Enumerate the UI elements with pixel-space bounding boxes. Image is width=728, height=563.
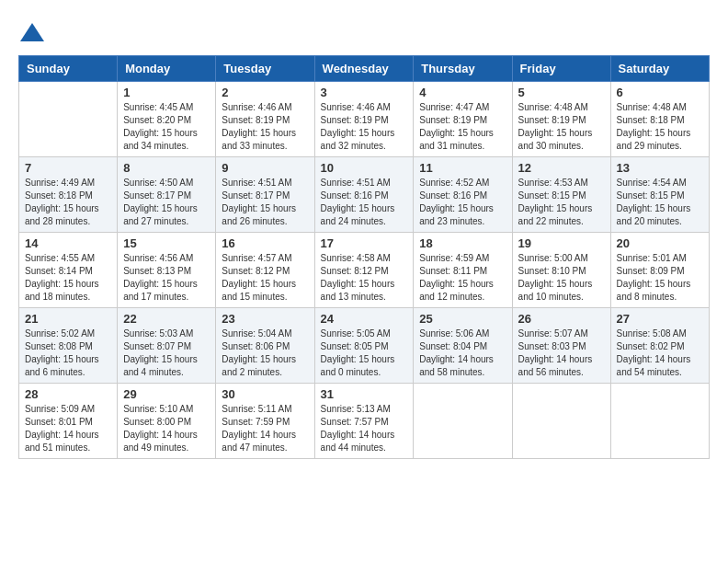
calendar-cell: 11Sunrise: 4:52 AM Sunset: 8:16 PM Dayli…	[414, 157, 512, 233]
calendar-cell: 1Sunrise: 4:45 AM Sunset: 8:20 PM Daylig…	[118, 82, 216, 157]
calendar-cell: 29Sunrise: 5:10 AM Sunset: 8:00 PM Dayli…	[118, 384, 216, 459]
day-info: Sunrise: 4:51 AM Sunset: 8:16 PM Dayligh…	[321, 177, 408, 228]
day-info: Sunrise: 4:57 AM Sunset: 8:12 PM Dayligh…	[222, 252, 308, 304]
day-header-monday: Monday	[118, 56, 216, 82]
day-info: Sunrise: 4:59 AM Sunset: 8:11 PM Dayligh…	[419, 252, 506, 304]
calendar-week-row: 14Sunrise: 4:55 AM Sunset: 8:14 PM Dayli…	[19, 233, 710, 308]
calendar-cell	[19, 82, 118, 157]
day-info: Sunrise: 4:51 AM Sunset: 8:17 PM Dayligh…	[222, 177, 308, 228]
day-number: 27	[617, 312, 703, 326]
calendar-cell: 20Sunrise: 5:01 AM Sunset: 8:09 PM Dayli…	[610, 233, 709, 308]
header	[18, 18, 710, 46]
day-number: 21	[25, 312, 111, 326]
calendar-cell	[610, 384, 709, 459]
calendar-cell	[512, 384, 610, 459]
calendar-cell: 16Sunrise: 4:57 AM Sunset: 8:12 PM Dayli…	[216, 233, 314, 308]
day-info: Sunrise: 4:56 AM Sunset: 8:13 PM Dayligh…	[123, 252, 210, 304]
day-info: Sunrise: 5:07 AM Sunset: 8:03 PM Dayligh…	[518, 327, 605, 379]
day-info: Sunrise: 4:48 AM Sunset: 8:18 PM Dayligh…	[617, 101, 703, 153]
day-info: Sunrise: 5:13 AM Sunset: 7:57 PM Dayligh…	[321, 403, 408, 454]
day-number: 3	[321, 86, 408, 99]
calendar-cell: 25Sunrise: 5:06 AM Sunset: 8:04 PM Dayli…	[414, 308, 512, 384]
calendar-cell: 6Sunrise: 4:48 AM Sunset: 8:18 PM Daylig…	[610, 82, 709, 157]
day-info: Sunrise: 4:54 AM Sunset: 8:15 PM Dayligh…	[617, 177, 703, 228]
calendar-cell: 8Sunrise: 4:50 AM Sunset: 8:17 PM Daylig…	[118, 157, 216, 233]
day-info: Sunrise: 5:10 AM Sunset: 8:00 PM Dayligh…	[123, 403, 210, 454]
day-info: Sunrise: 4:45 AM Sunset: 8:20 PM Dayligh…	[123, 101, 210, 153]
calendar-cell: 5Sunrise: 4:48 AM Sunset: 8:19 PM Daylig…	[512, 82, 610, 157]
calendar-cell: 27Sunrise: 5:08 AM Sunset: 8:02 PM Dayli…	[610, 308, 709, 384]
day-number: 6	[617, 86, 703, 99]
calendar-cell: 26Sunrise: 5:07 AM Sunset: 8:03 PM Dayli…	[512, 308, 610, 384]
day-header-tuesday: Tuesday	[216, 56, 314, 82]
day-header-saturday: Saturday	[610, 56, 709, 82]
day-number: 30	[222, 387, 308, 401]
day-info: Sunrise: 5:08 AM Sunset: 8:02 PM Dayligh…	[617, 327, 703, 379]
day-number: 1	[123, 86, 210, 99]
svg-marker-0	[20, 23, 44, 41]
day-number: 23	[222, 312, 308, 326]
calendar-week-row: 28Sunrise: 5:09 AM Sunset: 8:01 PM Dayli…	[19, 384, 710, 459]
day-number: 10	[321, 161, 408, 175]
calendar-cell: 30Sunrise: 5:11 AM Sunset: 7:59 PM Dayli…	[216, 384, 314, 459]
day-header-wednesday: Wednesday	[314, 56, 414, 82]
day-number: 12	[518, 161, 605, 175]
calendar-week-row: 1Sunrise: 4:45 AM Sunset: 8:20 PM Daylig…	[19, 82, 710, 157]
day-number: 20	[617, 236, 703, 250]
day-number: 24	[321, 312, 408, 326]
day-info: Sunrise: 4:47 AM Sunset: 8:19 PM Dayligh…	[419, 101, 506, 153]
day-info: Sunrise: 4:46 AM Sunset: 8:19 PM Dayligh…	[222, 101, 308, 153]
calendar-cell	[414, 384, 512, 459]
day-info: Sunrise: 5:06 AM Sunset: 8:04 PM Dayligh…	[419, 327, 506, 379]
calendar-cell: 22Sunrise: 5:03 AM Sunset: 8:07 PM Dayli…	[118, 308, 216, 384]
day-info: Sunrise: 5:03 AM Sunset: 8:07 PM Dayligh…	[123, 327, 210, 379]
calendar-cell: 23Sunrise: 5:04 AM Sunset: 8:06 PM Dayli…	[216, 308, 314, 384]
calendar: SundayMondayTuesdayWednesdayThursdayFrid…	[18, 55, 710, 459]
calendar-cell: 14Sunrise: 4:55 AM Sunset: 8:14 PM Dayli…	[19, 233, 118, 308]
day-info: Sunrise: 5:09 AM Sunset: 8:01 PM Dayligh…	[25, 403, 111, 454]
day-number: 16	[222, 236, 308, 250]
day-header-sunday: Sunday	[19, 56, 118, 82]
day-info: Sunrise: 5:11 AM Sunset: 7:59 PM Dayligh…	[222, 403, 308, 454]
calendar-cell: 17Sunrise: 4:58 AM Sunset: 8:12 PM Dayli…	[314, 233, 414, 308]
day-info: Sunrise: 5:00 AM Sunset: 8:10 PM Dayligh…	[518, 252, 605, 304]
day-number: 25	[419, 312, 506, 326]
day-number: 5	[518, 86, 605, 99]
day-number: 11	[419, 161, 506, 175]
calendar-cell: 28Sunrise: 5:09 AM Sunset: 8:01 PM Dayli…	[19, 384, 118, 459]
day-number: 18	[419, 236, 506, 250]
day-number: 8	[123, 161, 210, 175]
calendar-week-row: 21Sunrise: 5:02 AM Sunset: 8:08 PM Dayli…	[19, 308, 710, 384]
day-number: 15	[123, 236, 210, 250]
calendar-cell: 7Sunrise: 4:49 AM Sunset: 8:18 PM Daylig…	[19, 157, 118, 233]
day-info: Sunrise: 4:49 AM Sunset: 8:18 PM Dayligh…	[25, 177, 111, 228]
day-info: Sunrise: 5:01 AM Sunset: 8:09 PM Dayligh…	[617, 252, 703, 304]
day-number: 13	[617, 161, 703, 175]
logo-icon	[18, 18, 46, 46]
day-number: 28	[25, 387, 111, 401]
calendar-cell: 2Sunrise: 4:46 AM Sunset: 8:19 PM Daylig…	[216, 82, 314, 157]
day-info: Sunrise: 4:48 AM Sunset: 8:19 PM Dayligh…	[518, 101, 605, 153]
calendar-week-row: 7Sunrise: 4:49 AM Sunset: 8:18 PM Daylig…	[19, 157, 710, 233]
day-info: Sunrise: 4:55 AM Sunset: 8:14 PM Dayligh…	[25, 252, 111, 304]
calendar-cell: 18Sunrise: 4:59 AM Sunset: 8:11 PM Dayli…	[414, 233, 512, 308]
calendar-header-row: SundayMondayTuesdayWednesdayThursdayFrid…	[19, 56, 710, 82]
calendar-cell: 12Sunrise: 4:53 AM Sunset: 8:15 PM Dayli…	[512, 157, 610, 233]
day-info: Sunrise: 5:05 AM Sunset: 8:05 PM Dayligh…	[321, 327, 408, 379]
day-info: Sunrise: 4:46 AM Sunset: 8:19 PM Dayligh…	[321, 101, 408, 153]
calendar-cell: 10Sunrise: 4:51 AM Sunset: 8:16 PM Dayli…	[314, 157, 414, 233]
calendar-cell: 15Sunrise: 4:56 AM Sunset: 8:13 PM Dayli…	[118, 233, 216, 308]
day-number: 7	[25, 161, 111, 175]
calendar-cell: 19Sunrise: 5:00 AM Sunset: 8:10 PM Dayli…	[512, 233, 610, 308]
day-number: 22	[123, 312, 210, 326]
day-number: 9	[222, 161, 308, 175]
day-info: Sunrise: 4:58 AM Sunset: 8:12 PM Dayligh…	[321, 252, 408, 304]
day-header-thursday: Thursday	[414, 56, 512, 82]
day-info: Sunrise: 4:53 AM Sunset: 8:15 PM Dayligh…	[518, 177, 605, 228]
logo	[18, 18, 50, 46]
day-number: 29	[123, 387, 210, 401]
day-number: 14	[25, 236, 111, 250]
calendar-cell: 13Sunrise: 4:54 AM Sunset: 8:15 PM Dayli…	[610, 157, 709, 233]
day-number: 4	[419, 86, 506, 99]
calendar-cell: 24Sunrise: 5:05 AM Sunset: 8:05 PM Dayli…	[314, 308, 414, 384]
